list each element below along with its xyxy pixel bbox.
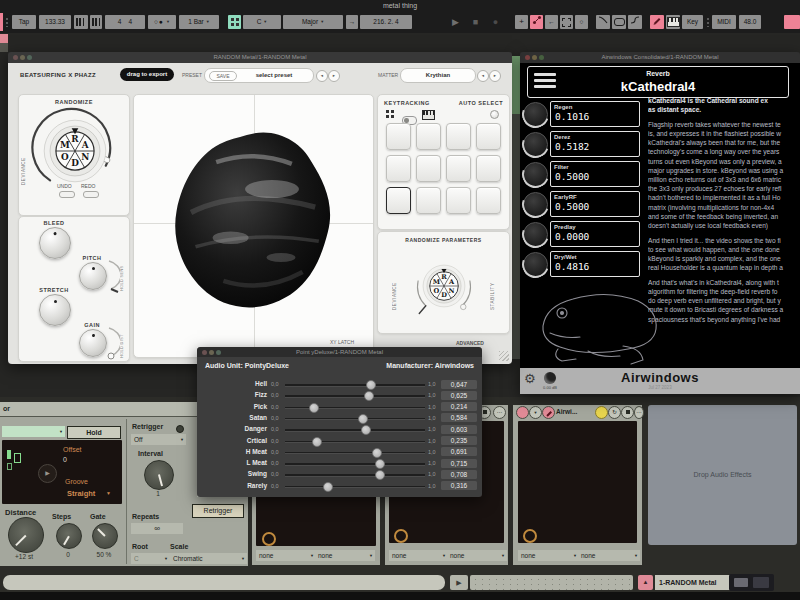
slider-track[interactable] <box>285 384 425 386</box>
key-root-menu[interactable]: C <box>243 15 281 29</box>
pad-7[interactable] <box>446 155 471 182</box>
key-map-button[interactable]: Key <box>682 15 703 29</box>
steps-knob[interactable] <box>56 523 82 549</box>
slider-value[interactable]: 0,603 <box>441 425 477 434</box>
automation-mode-button[interactable] <box>530 15 543 29</box>
fade-tool-button[interactable] <box>596 15 610 29</box>
overload-indicator[interactable] <box>784 15 800 29</box>
pad-6[interactable] <box>416 155 441 182</box>
slider-handle[interactable] <box>375 470 385 480</box>
drag-to-export-button[interactable]: drag to export <box>120 68 174 81</box>
draw-mode-button[interactable] <box>650 15 664 29</box>
arp-play-button[interactable] <box>38 464 57 483</box>
slider-value[interactable]: 0,214 <box>441 402 477 411</box>
advanced-label[interactable]: ADVANCED <box>456 340 484 346</box>
slider-value[interactable]: 0,708 <box>441 470 477 479</box>
slider-handle[interactable] <box>358 414 368 424</box>
kc-param-knob[interactable] <box>523 132 548 157</box>
slider-track[interactable] <box>285 395 425 397</box>
wrench-icon[interactable] <box>542 406 555 419</box>
ramp-tool-button[interactable] <box>628 15 642 29</box>
plugin-knob-indicator[interactable] <box>523 529 537 543</box>
kc-param-box[interactable]: Filter0.5000 <box>550 161 640 187</box>
loop-button[interactable] <box>612 15 626 29</box>
slider-handle[interactable] <box>312 437 322 447</box>
slider-value[interactable]: 0,647 <box>441 380 477 389</box>
slider-value[interactable]: 0,625 <box>441 391 477 400</box>
reload-icon[interactable] <box>608 406 621 419</box>
bleed-knob[interactable] <box>39 227 71 259</box>
distance-knob[interactable] <box>8 517 44 553</box>
clip-play-button[interactable] <box>450 575 468 590</box>
slider-handle[interactable] <box>361 425 371 435</box>
arp-style-dropdown[interactable] <box>2 426 65 437</box>
auto-select-led[interactable] <box>490 110 499 119</box>
slider-track[interactable] <box>285 429 425 431</box>
hot-swap-hand-icon[interactable] <box>595 406 608 419</box>
stop-button[interactable] <box>468 15 483 29</box>
steps-value[interactable]: 0 <box>56 551 80 558</box>
toolbar-drag-handle[interactable] <box>5 17 10 27</box>
waveform-overview[interactable] <box>470 575 633 590</box>
arp-display-screen[interactable]: Offset 0 Groove Straight <box>2 440 122 504</box>
resize-corner[interactable] <box>499 351 509 361</box>
pad-8[interactable] <box>476 155 501 182</box>
kc-param-box[interactable]: Regen0.1016 <box>550 101 640 127</box>
random-metal-titlebar[interactable]: RANDOM Metal/1-RANDOM Metal <box>8 52 512 63</box>
kc-param-box[interactable]: Predlay0.0000 <box>550 221 640 247</box>
gain-knob[interactable] <box>79 329 107 357</box>
midi-map-button[interactable]: MIDI <box>712 15 736 29</box>
sidechain-dropdown[interactable]: none <box>518 550 579 561</box>
root-dropdown[interactable]: C <box>131 553 170 564</box>
follow-button[interactable] <box>346 15 358 29</box>
sidechain-dropdown[interactable]: none <box>578 550 640 561</box>
slider-track[interactable] <box>285 452 425 454</box>
offset-value[interactable]: 0 <box>63 456 67 463</box>
pitch-arc[interactable] <box>106 259 120 293</box>
kc-param-knob[interactable] <box>523 222 548 247</box>
slider-value[interactable]: 0,584 <box>441 413 477 422</box>
slider-value[interactable]: 0,235 <box>441 436 477 445</box>
plugin-knob-indicator[interactable] <box>394 529 408 543</box>
preset-selector[interactable]: SAVE select preset <box>204 68 314 83</box>
redo-button[interactable] <box>83 191 99 198</box>
distance-value[interactable]: +12 st <box>2 553 46 560</box>
slider-track[interactable] <box>285 441 425 443</box>
slider-handle[interactable] <box>366 380 376 390</box>
sidechain-dropdown[interactable]: none <box>447 550 507 561</box>
gate-value[interactable]: 50 % <box>88 551 120 558</box>
retrigger-led[interactable] <box>176 425 184 433</box>
kc-param-box[interactable]: Derez0.5182 <box>550 131 640 157</box>
gain-arc[interactable] <box>106 326 120 360</box>
kc-param-knob[interactable] <box>523 162 548 187</box>
pad-1[interactable] <box>386 123 411 150</box>
selection-tool-button[interactable] <box>560 15 573 29</box>
pad-9[interactable] <box>386 187 411 214</box>
record-button[interactable] <box>488 15 503 29</box>
sidechain-dropdown[interactable]: none <box>256 550 316 561</box>
randomize-params-wheel[interactable]: RANDOM <box>411 249 477 323</box>
computer-midi-keyboard-button[interactable] <box>666 15 680 29</box>
pad-12[interactable] <box>476 187 501 214</box>
circle-tool-button[interactable] <box>575 15 588 29</box>
slider-track[interactable] <box>285 463 425 465</box>
matter-next-button[interactable]: ▸ <box>489 70 501 82</box>
repeats-value-box[interactable]: ∞ <box>131 523 183 534</box>
slider-track[interactable] <box>285 486 425 488</box>
matter-selector[interactable]: Krythian <box>400 68 476 83</box>
pad-11[interactable] <box>446 187 471 214</box>
sidechain-dropdown[interactable]: none <box>315 550 375 561</box>
pad-2[interactable] <box>416 123 441 150</box>
metronome-button[interactable] <box>74 15 88 29</box>
save-preset-icon[interactable] <box>621 406 634 419</box>
xy-latch-label[interactable]: XY LATCH <box>330 339 354 345</box>
interval-value[interactable]: 1 <box>144 490 172 497</box>
slider-handle[interactable] <box>323 482 333 492</box>
tap-tempo-button[interactable]: Tap <box>12 15 36 29</box>
pad-4[interactable] <box>476 123 501 150</box>
groove-value[interactable]: Straight <box>67 489 95 498</box>
undo-button[interactable] <box>59 191 75 198</box>
pad-10[interactable] <box>416 187 441 214</box>
pad-3[interactable] <box>446 123 471 150</box>
preset-next-button[interactable]: ▸ <box>328 70 340 82</box>
